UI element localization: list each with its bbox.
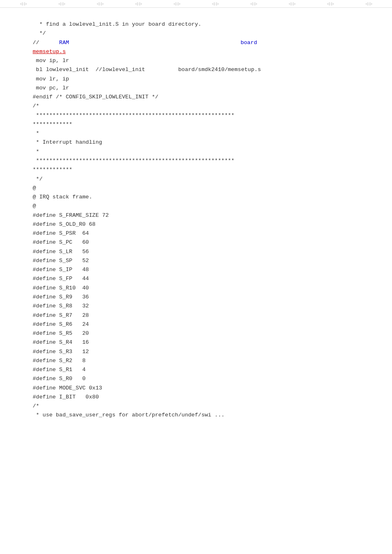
code-line-9: #endif /* CONFIG_SKIP_LOWLEVEL_INIT */ xyxy=(33,93,359,102)
code-line-25: #define S_PC 60 xyxy=(33,238,359,247)
deco-mark-1: ◁ ▷ xyxy=(20,2,27,6)
code-text: #define S_IP 48 xyxy=(33,265,89,274)
code-line-18: */ xyxy=(33,175,359,184)
code-line-15: * xyxy=(33,147,359,156)
code-line-44: * use bad_save_user_regs for abort/prefe… xyxy=(33,411,359,420)
code-text: #define S_R0 0 xyxy=(33,374,86,383)
code-line-42: #define I_BIT 0x80 xyxy=(33,393,359,402)
code-line-38: #define S_R2 8 xyxy=(33,356,359,365)
code-text: ************ xyxy=(33,120,72,129)
code-text: ****************************************… xyxy=(33,111,234,120)
code-text: #define S_OLD_R0 68 xyxy=(33,220,96,229)
code-line-30: #define S_R10 40 xyxy=(33,284,359,293)
code-text: #define S_R4 16 xyxy=(33,338,89,347)
code-line-21: @ xyxy=(33,202,359,211)
code-line-23: #define S_OLD_R0 68 xyxy=(33,220,359,229)
code-text: */ xyxy=(33,175,42,184)
code-text: #endif /* CONFIG_SKIP_LOWLEVEL_INIT */ xyxy=(33,93,158,102)
code-text: #define S_FRAME_SIZE 72 xyxy=(33,211,109,220)
code-line-32: #define S_R8 32 xyxy=(33,302,359,311)
code-line-28: #define S_IP 48 xyxy=(33,265,359,274)
code-line-7: mov lr, ip xyxy=(33,75,359,84)
code-line-2: */ xyxy=(33,29,359,38)
code-line-16: ****************************************… xyxy=(33,156,359,165)
code-text: mov pc, lr xyxy=(33,84,69,93)
code-line-13: * xyxy=(33,129,359,138)
code-text: #define S_R8 32 xyxy=(33,302,89,311)
code-text: bl lowlevel_init //lowlevel_init board/s… xyxy=(33,65,261,74)
code-line-37: #define S_R3 12 xyxy=(33,347,359,356)
code-line-33: #define S_R7 28 xyxy=(33,311,359,320)
code-text: ************ xyxy=(33,165,72,174)
code-text: #define S_R9 36 xyxy=(33,293,89,302)
code-text: #define S_R2 8 xyxy=(33,356,86,365)
code-text: ****************************************… xyxy=(33,156,234,165)
code-text: #define S_SP 52 xyxy=(33,256,89,265)
code-text: #define S_LR 56 xyxy=(33,247,89,256)
code-board: board xyxy=(241,38,257,47)
code-line-14: * Interrupt handling xyxy=(33,138,359,147)
code-line-22: #define S_FRAME_SIZE 72 xyxy=(33,211,359,220)
code-line-4: memsetup.s xyxy=(33,47,359,56)
deco-mark-8: ◁ ▷ xyxy=(289,2,296,6)
deco-mark-6: ◁ ▷ xyxy=(212,2,219,6)
code-viewer: * find a lowlevel_init.S in your board d… xyxy=(0,8,392,432)
code-text: * use bad_save_user_regs for abort/prefe… xyxy=(33,411,225,420)
code-line-39: #define S_R1 4 xyxy=(33,365,359,374)
code-text: #define MODE_SVC 0x13 xyxy=(33,384,102,393)
code-text: * xyxy=(33,147,39,156)
code-text: #define I_BIT 0x80 xyxy=(33,393,99,402)
code-text: #define S_PC 60 xyxy=(33,238,89,247)
code-line-1: * find a lowlevel_init.S in your board d… xyxy=(33,20,359,29)
code-text: /* xyxy=(33,402,39,411)
code-text: #define S_R1 4 xyxy=(33,365,86,374)
code-line-27: #define S_SP 52 xyxy=(33,256,359,265)
code-text: * find a lowlevel_init.S in your board d… xyxy=(33,20,201,29)
code-text: @ xyxy=(33,202,36,211)
decorative-top-border: ◁ ▷ ◁ ▷ ◁ ▷ ◁ ▷ ◁ ▷ ◁ ▷ ◁ ▷ ◁ ▷ ◁ ▷ ◁ ▷ xyxy=(0,0,392,8)
code-text: #define S_PSR 64 xyxy=(33,229,89,238)
code-line-10: /* xyxy=(33,102,359,111)
deco-mark-5: ◁ ▷ xyxy=(174,2,180,6)
code-line-34: #define S_R6 24 xyxy=(33,320,359,329)
code-line-36: #define S_R4 16 xyxy=(33,338,359,347)
code-text: #define S_FP 44 xyxy=(33,274,89,283)
deco-mark-4: ◁ ▷ xyxy=(135,2,142,6)
code-text: #define S_R7 28 xyxy=(33,311,89,320)
code-line-12: ************ xyxy=(33,120,359,129)
code-line-26: #define S_LR 56 xyxy=(33,247,359,256)
code-line-19: @ xyxy=(33,184,359,193)
deco-mark-9: ◁ ▷ xyxy=(327,2,334,6)
code-line-41: #define MODE_SVC 0x13 xyxy=(33,384,359,393)
code-line-29: #define S_FP 44 xyxy=(33,274,359,283)
code-text: mov ip, lr xyxy=(33,56,69,65)
code-ram: RAM xyxy=(59,38,69,47)
code-line-6: bl lowlevel_init //lowlevel_init board/s… xyxy=(33,65,359,74)
code-line-20: @ IRQ stack frame. xyxy=(33,193,359,202)
code-text: #define S_R3 12 xyxy=(33,347,89,356)
code-text: #define S_R6 24 xyxy=(33,320,89,329)
code-text: // xyxy=(33,38,59,47)
code-line-31: #define S_R9 36 xyxy=(33,293,359,302)
code-line-3: // RAMboard xyxy=(33,38,359,47)
code-text: @ xyxy=(33,184,36,193)
code-memsetup[interactable]: memsetup.s xyxy=(33,47,66,56)
code-text: */ xyxy=(33,29,46,38)
code-text: @ IRQ stack frame. xyxy=(33,193,92,202)
code-line-5: mov ip, lr xyxy=(33,56,359,65)
code-line-17: ************ xyxy=(33,165,359,174)
code-text: #define S_R5 20 xyxy=(33,329,89,338)
code-line-40: #define S_R0 0 xyxy=(33,374,359,383)
code-line-8: mov pc, lr xyxy=(33,84,359,93)
code-text: * Interrupt handling xyxy=(33,138,102,147)
code-text: * xyxy=(33,129,39,138)
deco-mark-10: ◁ ▷ xyxy=(365,2,372,6)
code-line-11: ****************************************… xyxy=(33,111,359,120)
code-text: #define S_R10 40 xyxy=(33,284,89,293)
code-line-24: #define S_PSR 64 xyxy=(33,229,359,238)
deco-mark-3: ◁ ▷ xyxy=(97,2,104,6)
deco-mark-7: ◁ ▷ xyxy=(250,2,257,6)
deco-mark-2: ◁ ▷ xyxy=(58,2,65,6)
code-text: /* xyxy=(33,102,39,111)
code-text: mov lr, ip xyxy=(33,75,69,84)
